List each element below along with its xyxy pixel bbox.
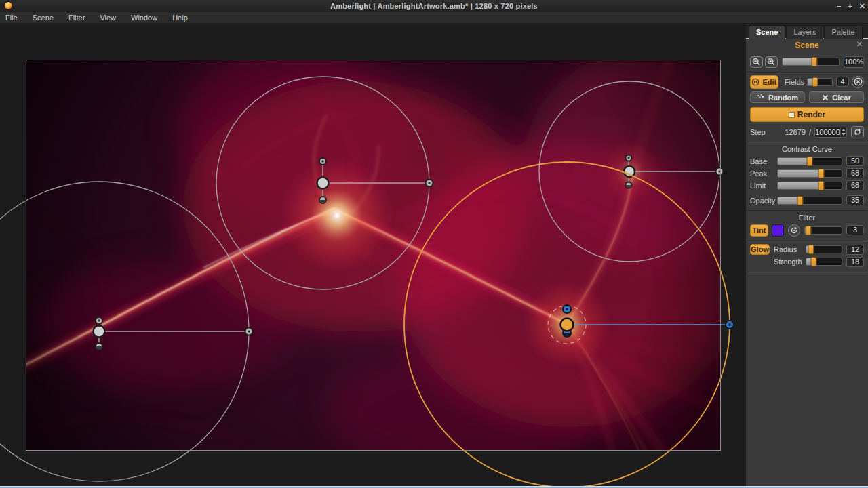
opacity-value: 35 [846,195,864,205]
scene-panel: Scene Layers Palette Scene ✕ 100% [746,24,868,486]
field-4-center-handle[interactable] [561,319,574,331]
panel-title: Scene [795,41,818,50]
strength-slider[interactable] [806,258,842,266]
window-title: Amberlight | AmberlightArtwork.amb* | 12… [0,2,868,10]
edit-icon [751,78,760,86]
glow-toggle-button[interactable]: Glow [750,244,770,255]
radius-slider-knob[interactable] [808,245,814,254]
stop-square-icon [789,112,795,118]
separator [747,72,867,73]
zoom-slider[interactable] [782,58,840,66]
step-separator: / [809,128,811,136]
field-3-top-handle-dot [627,157,629,159]
base-label: Base [750,157,777,165]
opacity-slider-knob[interactable] [797,196,803,205]
tint-color-swatch[interactable] [772,224,784,237]
scene-canvas[interactable] [0,0,868,488]
radius-slider[interactable] [806,245,842,253]
peak-slider-knob[interactable] [818,169,824,178]
fields-value: 4 [836,77,849,87]
base-slider[interactable] [777,157,842,165]
fields-slider[interactable] [807,78,833,86]
base-row: Base 50 [750,157,864,165]
loop-toggle-button[interactable] [851,126,864,138]
zoom-out-button[interactable] [750,56,763,68]
fractal-artwork [0,47,783,485]
clear-button-label: Clear [832,94,851,102]
strength-slider-knob[interactable] [810,257,816,266]
zoom-row: 100% [750,56,864,68]
opacity-slider[interactable] [777,197,842,205]
menu-view[interactable]: View [92,12,123,24]
minimize-button[interactable]: – [837,0,841,12]
clear-button[interactable]: Clear [809,92,864,103]
peak-slider[interactable] [777,169,842,178]
tint-toggle-button[interactable]: Tint [750,224,768,237]
zoom-in-icon [767,58,776,66]
tab-scene[interactable]: Scene [749,25,785,39]
spinner-up-icon[interactable] [842,129,846,131]
render-button[interactable]: Render [750,107,864,122]
spinner-down-icon[interactable] [842,133,846,136]
base-slider-knob[interactable] [807,157,813,166]
peak-value: 68 [846,168,864,178]
reset-rotate-icon [790,226,798,235]
field-1-center-handle[interactable] [94,326,105,338]
zoom-slider-knob[interactable] [812,57,818,66]
menu-bar: File Scene Filter View Window Help [0,12,868,24]
separator [747,241,867,241]
loop-icon [853,127,862,136]
random-button-label: Random [768,94,798,102]
contrast-title-row: Contrast Curve [750,145,864,153]
app-logo-icon [4,1,13,10]
filter-title: Filter [750,214,864,222]
title-bar: Amberlight | AmberlightArtwork.amb* | 12… [0,0,868,12]
field-3-center-handle[interactable] [624,166,635,177]
field-1-radius-handle-dot [248,330,250,332]
filter-title-row: Filter [750,214,864,222]
menu-help[interactable]: Help [165,12,195,24]
tint-reset-button[interactable] [788,224,800,237]
tab-layers[interactable]: Layers [786,25,823,39]
tab-palette[interactable]: Palette [824,25,862,39]
radius-value: 12 [846,245,864,255]
close-button[interactable]: ✕ [859,0,865,12]
contrast-curve-title: Contrast Curve [750,145,864,153]
remove-field-button[interactable] [852,76,864,88]
edit-button[interactable]: Edit [750,75,778,89]
step-total-value: 100000 [815,128,840,136]
menu-scene[interactable]: Scene [25,12,61,24]
field-1-top-handle-dot [98,319,100,322]
random-button[interactable]: Random [750,92,805,103]
maximize-button[interactable]: + [848,0,852,12]
limit-slider-knob[interactable] [818,181,824,190]
menu-filter[interactable]: Filter [61,12,92,24]
step-label: Step [750,128,770,136]
menu-window[interactable]: Window [123,12,165,24]
glow-radius-row: Glow Radius 12 [750,244,864,255]
limit-slider[interactable] [777,182,842,190]
step-spinner[interactable] [840,127,846,137]
field-4-top-handle-dot [566,308,568,310]
tint-slider-knob[interactable] [805,226,811,235]
separator [747,142,867,142]
field-2-top-handle-dot [321,160,324,163]
tint-value: 3 [846,225,864,235]
fields-slider-knob[interactable] [812,77,818,87]
menu-file[interactable]: File [0,12,25,24]
zoom-in-button[interactable] [765,56,778,68]
random-dots-icon [757,94,765,101]
glow-button-label: Glow [751,245,769,253]
render-row: Render [750,107,864,122]
amberlight-window: Amberlight | AmberlightArtwork.amb* | 12… [0,0,868,488]
separator [747,210,867,211]
field-2-center-handle[interactable] [317,178,329,189]
peak-label: Peak [750,169,777,178]
random-clear-row: Random Clear [750,92,864,103]
fields-label: Fields [785,78,806,86]
step-total-input[interactable]: 100000 [814,127,847,138]
field-4-radius-handle-dot [728,323,731,326]
panel-close-icon[interactable]: ✕ [856,40,863,49]
tint-slider[interactable] [804,226,842,235]
strength-value: 18 [846,257,864,267]
